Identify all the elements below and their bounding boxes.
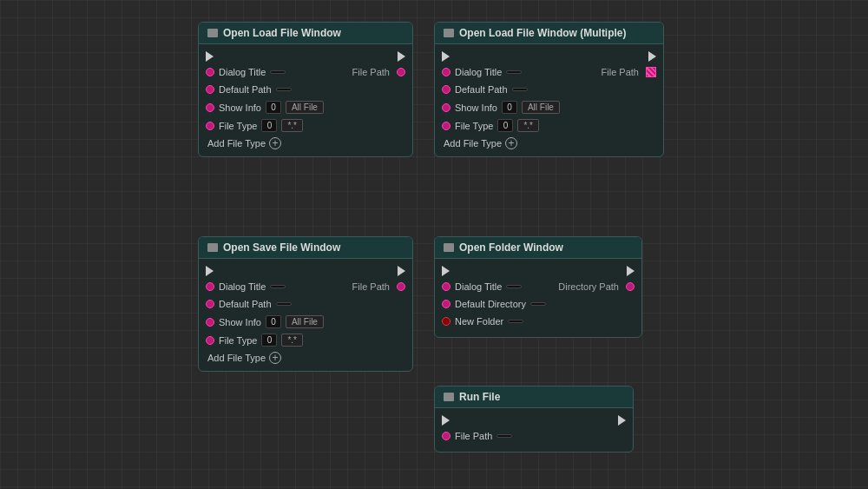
exec-out-pin[interactable] — [648, 51, 656, 62]
open-load-file-header: Open Load File Window — [199, 23, 412, 44]
exec-out-pin[interactable] — [627, 266, 635, 276]
add-file-type-row[interactable]: Add File Type + — [199, 349, 412, 364]
add-file-type-row[interactable]: Add File Type + — [435, 135, 663, 149]
default-path-pin[interactable] — [442, 85, 450, 94]
file-path-label: File Path — [352, 67, 390, 77]
file-type-pin[interactable] — [206, 336, 214, 345]
dialog-title-row: Dialog Title File Path — [435, 63, 663, 81]
default-directory-pin[interactable] — [442, 300, 450, 308]
show-info-pin[interactable] — [206, 103, 214, 112]
file-path-label: File Path — [455, 431, 492, 441]
open-load-file-multiple-node: Open Load File Window (Multiple) Dialog … — [434, 22, 664, 157]
show-info-value[interactable]: 0 — [502, 101, 517, 114]
show-info-label: Show Info — [219, 102, 261, 113]
file-path-label: File Path — [602, 67, 639, 77]
file-path-pin[interactable] — [442, 432, 450, 440]
dialog-title-row: Dialog Title File Path — [199, 278, 412, 295]
dialog-title-pin[interactable] — [442, 282, 450, 291]
file-path-label: File Path — [352, 281, 390, 292]
dialog-title-label: Dialog Title — [219, 67, 266, 77]
show-info-label: Show Info — [455, 102, 497, 113]
new-folder-pin[interactable] — [442, 317, 450, 326]
open-save-file-header: Open Save File Window — [199, 237, 412, 259]
default-path-label: Default Path — [219, 299, 272, 309]
dialog-title-pin[interactable] — [206, 282, 214, 291]
default-path-row: Default Path — [199, 81, 412, 98]
new-folder-value[interactable] — [508, 320, 523, 323]
show-info-row: Show Info 0 All File — [199, 98, 412, 116]
file-path-array-pin[interactable] — [646, 67, 656, 77]
default-path-pin[interactable] — [206, 85, 214, 94]
show-info-value[interactable]: 0 — [266, 315, 281, 328]
default-path-row: Default Path — [435, 81, 663, 98]
dialog-title-value[interactable] — [506, 285, 522, 288]
file-type-ext: *.* — [281, 334, 303, 347]
exec-row — [199, 264, 412, 278]
add-file-type-button[interactable]: + — [269, 352, 281, 364]
exec-in-pin[interactable] — [206, 266, 214, 276]
file-type-row: File Type 0 *.* — [435, 116, 663, 135]
default-path-label: Default Path — [219, 84, 272, 95]
exec-out-pin[interactable] — [398, 51, 405, 62]
default-directory-row: Default Directory — [435, 295, 641, 313]
file-type-label: File Type — [455, 121, 493, 131]
exec-in-pin[interactable] — [206, 51, 214, 62]
default-path-label: Default Path — [455, 84, 508, 95]
node-icon — [444, 243, 454, 252]
node-icon — [444, 29, 454, 37]
open-load-file-multiple-header: Open Load File Window (Multiple) — [435, 23, 663, 44]
add-file-type-label: Add File Type — [207, 138, 266, 149]
show-info-pin[interactable] — [442, 103, 450, 112]
file-type-value[interactable]: 0 — [261, 119, 277, 132]
exec-in-pin[interactable] — [442, 415, 450, 426]
run-file-header: Run File — [435, 387, 633, 408]
open-folder-title: Open Folder Window — [459, 241, 563, 254]
exec-out-pin[interactable] — [398, 266, 405, 276]
file-type-ext: *.* — [517, 119, 539, 132]
file-type-pin[interactable] — [442, 122, 450, 130]
dialog-title-value[interactable] — [506, 70, 522, 74]
file-path-pin[interactable] — [397, 68, 405, 76]
directory-path-label: Directory Path — [558, 281, 619, 292]
file-type-value[interactable]: 0 — [261, 334, 277, 347]
default-path-value[interactable] — [276, 302, 292, 306]
dialog-title-pin[interactable] — [442, 68, 450, 76]
dialog-title-value[interactable] — [270, 70, 286, 74]
open-save-file-body: Dialog Title File Path Default Path Show… — [199, 259, 412, 371]
dialog-title-pin[interactable] — [206, 68, 214, 76]
default-path-value[interactable] — [512, 88, 528, 91]
file-path-pin[interactable] — [397, 282, 405, 291]
dialog-title-row: Dialog Title File Path — [199, 63, 412, 81]
open-folder-body: Dialog Title Directory Path Default Dire… — [435, 259, 641, 337]
default-path-pin[interactable] — [206, 300, 214, 308]
file-type-value[interactable]: 0 — [497, 119, 513, 132]
exec-in-pin[interactable] — [442, 266, 450, 276]
file-path-value[interactable] — [496, 434, 512, 438]
open-load-file-body: Dialog Title File Path Default Path Show… — [199, 44, 412, 156]
all-file-label: All File — [286, 315, 324, 328]
exec-row — [435, 264, 641, 278]
dialog-title-value[interactable] — [270, 285, 286, 288]
default-directory-value[interactable] — [530, 302, 546, 306]
add-file-type-row[interactable]: Add File Type + — [199, 135, 412, 149]
exec-row — [435, 413, 633, 427]
show-info-row: Show Info 0 All File — [435, 98, 663, 116]
all-file-label: All File — [522, 101, 560, 114]
default-path-value[interactable] — [276, 88, 292, 91]
directory-path-pin[interactable] — [626, 282, 635, 291]
add-file-type-button[interactable]: + — [269, 137, 281, 149]
default-directory-label: Default Directory — [455, 299, 526, 309]
file-type-label: File Type — [219, 335, 257, 346]
default-path-row: Default Path — [199, 295, 412, 313]
show-info-value[interactable]: 0 — [266, 101, 281, 114]
file-type-label: File Type — [219, 121, 257, 131]
file-type-pin[interactable] — [206, 122, 214, 130]
dialog-title-label: Dialog Title — [455, 281, 502, 292]
run-file-title: Run File — [459, 391, 500, 403]
add-file-type-button[interactable]: + — [505, 137, 517, 149]
exec-in-pin[interactable] — [442, 51, 450, 62]
exec-out-pin[interactable] — [618, 415, 626, 426]
file-path-row: File Path — [435, 427, 633, 445]
add-file-type-label: Add File Type — [444, 138, 502, 149]
show-info-pin[interactable] — [206, 318, 214, 327]
